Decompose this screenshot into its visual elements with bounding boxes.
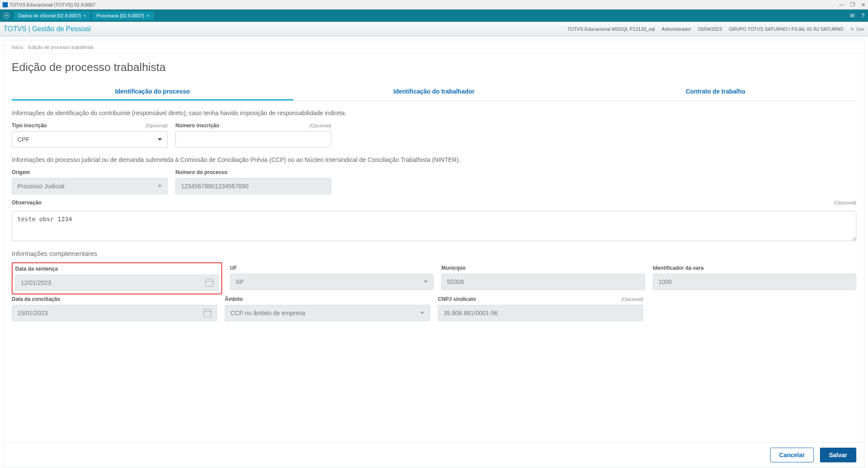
close-icon[interactable]: × xyxy=(83,13,86,18)
ribbon-tab-label: Dados do eSocial [02.9.0007] xyxy=(18,13,81,18)
label-observacao: Observação xyxy=(12,200,42,206)
chevron-down-icon xyxy=(420,312,424,314)
module-title: TOTVS | Gestão de Pessoal xyxy=(3,25,91,33)
window-close-button[interactable]: ✕ xyxy=(861,2,865,8)
municipio-input: 50308 xyxy=(441,274,645,290)
highlight-data-sentenca: Data da sentença 12/01/2023 xyxy=(12,262,222,294)
section-contribuinte-text: Informações de identificação do contribu… xyxy=(12,110,856,116)
logout-button[interactable]: ✕ Sair xyxy=(850,26,865,32)
id-vara-input: 1000 xyxy=(653,274,856,290)
uf-select: SP xyxy=(230,274,434,290)
section-info-compl-title: Informações complementares xyxy=(12,250,856,257)
window-titlebar: TOTVS Educacional (TOTVS) 02.9.0007 — ❐ … xyxy=(0,0,868,10)
ribbon-tab-label: Processos [02.9.0007] xyxy=(97,13,144,18)
id-vara-value: 1000 xyxy=(658,278,672,285)
numero-processo-input: 12345678901234567890 xyxy=(175,178,331,194)
tab-identificacao-processo[interactable]: Identificação do processo xyxy=(12,82,293,100)
tab-contrato-trabalho[interactable]: Contrato de trabalho xyxy=(575,82,856,100)
tipo-inscricao-select[interactable]: CPF xyxy=(12,131,168,148)
help-icon[interactable]: ? xyxy=(861,12,865,19)
breadcrumb-current: Edição de processo trabalhista xyxy=(28,45,93,50)
origem-select: Processo Judicial xyxy=(12,178,168,194)
module-header: TOTVS | Gestão de Pessoal TOTVS Educacio… xyxy=(0,22,868,36)
numero-processo-value: 12345678901234567890 xyxy=(181,183,249,190)
tab-identificacao-trabalhador[interactable]: Identificação do trabalhador xyxy=(293,82,575,100)
cnpj-sindicato-input: 35.808.881/0001-56 xyxy=(438,305,643,321)
page-title: Edição de processo trabalhista xyxy=(12,61,856,74)
label-numero-inscricao: Número inscrição xyxy=(175,123,219,129)
calendar-icon xyxy=(204,309,211,317)
chevron-down-icon xyxy=(158,185,162,187)
label-ambito: Âmbito xyxy=(225,296,243,302)
label-data-conciliacao: Data da conciliação xyxy=(12,296,60,302)
optional-tag: (Opcional) xyxy=(834,200,856,205)
page-footer: Cancelar Salvar xyxy=(4,442,864,468)
app-logo-icon xyxy=(3,2,8,7)
breadcrumb-home[interactable]: Início xyxy=(12,45,23,50)
company-label: GRUPO TOTVS SATURNO / FILIAL 01 RJ SATUR… xyxy=(729,26,844,32)
label-cnpj-sindicato: CNPJ sindicato xyxy=(438,296,476,302)
tipo-inscricao-value: CPF xyxy=(17,136,29,143)
logout-label: Sair xyxy=(856,26,865,32)
window-restore-button[interactable]: ❐ xyxy=(850,2,855,8)
origem-value: Processo Judicial xyxy=(17,183,65,190)
data-sentenca-value: 12/01/2023 xyxy=(21,279,51,286)
section-processo-text: Informações do processo judicial ou de d… xyxy=(12,156,856,163)
label-uf: UF xyxy=(230,265,237,271)
municipio-value: 50308 xyxy=(447,278,464,285)
breadcrumb: Início Edição de processo trabalhista xyxy=(4,40,864,54)
label-municipio: Município xyxy=(441,265,466,271)
cancel-button[interactable]: Cancelar xyxy=(770,448,814,462)
calendar-icon xyxy=(205,279,213,287)
cnpj-sindicato-value: 35.808.881/0001-56 xyxy=(444,310,498,316)
chevron-down-icon xyxy=(424,281,428,283)
save-button[interactable]: Salvar xyxy=(820,448,856,462)
numero-inscricao-input[interactable] xyxy=(175,131,331,148)
data-sentenca-input: 12/01/2023 xyxy=(15,274,219,291)
env-label: TOTVS Educacional MSSQL P12133_sql xyxy=(567,26,655,32)
close-icon[interactable]: × xyxy=(146,13,149,18)
close-icon: ✕ xyxy=(850,26,854,32)
label-tipo-inscricao: Tipo inscrição xyxy=(12,123,47,129)
label-data-sentenca: Data da sentença xyxy=(15,266,58,272)
ribbon-tab-esocial[interactable]: Dados do eSocial [02.9.0007] × xyxy=(14,11,91,20)
data-conciliacao-value: 15/01/2023 xyxy=(17,310,48,316)
optional-tag: (Opcional) xyxy=(621,297,643,302)
label-origem: Origem xyxy=(12,169,30,175)
ribbon-tab-processos[interactable]: Processos [02.9.0007] × xyxy=(92,11,154,20)
uf-value: SP xyxy=(236,278,244,285)
user-label: Administrador xyxy=(662,26,691,32)
target-icon[interactable] xyxy=(3,13,10,19)
chevron-down-icon xyxy=(158,138,162,141)
mail-icon[interactable]: ✉ xyxy=(850,12,855,19)
window-title: TOTVS Educacional (TOTVS) 02.9.0007 xyxy=(10,2,95,7)
page-card: Início Edição de processo trabalhista Ed… xyxy=(3,40,865,468)
date-label: 03/04/2023 xyxy=(698,26,722,32)
observacao-textarea[interactable] xyxy=(12,211,856,241)
ribbon-bar: Dados do eSocial [02.9.0007] × Processos… xyxy=(0,10,868,22)
ambito-value: CCP no âmbito de empresa xyxy=(230,310,305,316)
ambito-select: CCP no âmbito de empresa xyxy=(225,305,430,321)
data-conciliacao-input: 15/01/2023 xyxy=(12,305,217,321)
label-numero-processo: Número do processo xyxy=(175,169,227,175)
optional-tag: (Opcional) xyxy=(309,123,331,128)
window-minimize-button[interactable]: — xyxy=(839,2,844,8)
optional-tag: (Opcional) xyxy=(146,123,168,128)
tab-bar: Identificação do processo Identificação … xyxy=(12,82,856,101)
label-id-vara: Identificador da vara xyxy=(653,265,703,271)
